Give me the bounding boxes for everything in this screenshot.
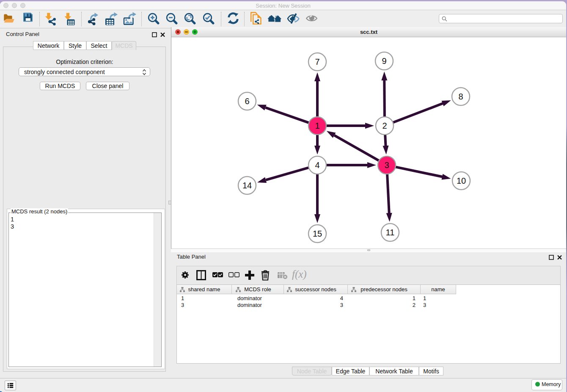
- svg-text:8: 8: [458, 92, 463, 101]
- svg-text:10: 10: [457, 176, 466, 185]
- svg-text:4: 4: [315, 160, 319, 170]
- svg-text:7: 7: [315, 57, 319, 66]
- svg-text:11: 11: [386, 228, 395, 237]
- svg-text:6: 6: [245, 97, 249, 106]
- svg-text:3: 3: [384, 160, 389, 170]
- svg-text:14: 14: [242, 181, 252, 190]
- svg-text:15: 15: [313, 229, 322, 238]
- svg-text:1: 1: [315, 121, 319, 130]
- svg-text:2: 2: [382, 121, 387, 130]
- svg-text:9: 9: [382, 56, 386, 66]
